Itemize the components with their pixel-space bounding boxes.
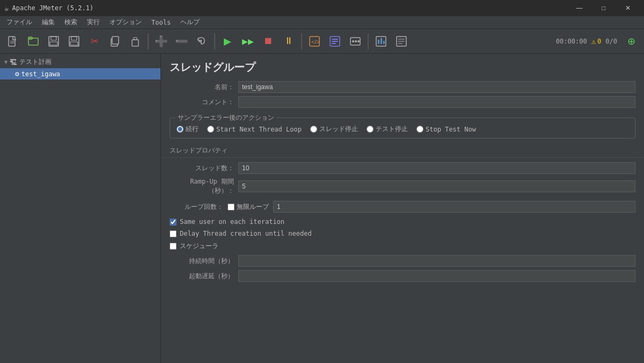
threadgroup-label: test_igawa	[21, 70, 60, 78]
sidebar-item-threadgroup[interactable]: ⚙ test_igawa	[0, 68, 160, 79]
radio-next-thread-label: Start Next Thread Loop	[216, 126, 302, 133]
menu-tools[interactable]: Tools	[147, 18, 175, 27]
same-user-row: Same user on each iteration	[161, 216, 644, 228]
expand-icon: ▼	[4, 59, 8, 65]
open-button[interactable]	[24, 32, 43, 51]
menu-file[interactable]: ファイル	[2, 17, 36, 28]
sampler-error-group: サンプラーエラー後のアクション 続行 Start Next Thread Loo…	[170, 118, 635, 139]
same-user-checkbox[interactable]	[170, 219, 177, 226]
radio-stop-test-now[interactable]: Stop Test Now	[416, 126, 476, 133]
svg-point-25	[357, 40, 360, 42]
menu-run[interactable]: 実行	[83, 17, 104, 28]
comment-label: コメント：	[170, 98, 234, 107]
title-bar: ☕ Apache JMeter (5.2.1) — □ ✕	[0, 0, 644, 16]
svg-rect-27	[378, 40, 379, 44]
radio-continue[interactable]: 続行	[177, 125, 199, 134]
radio-stop-thread[interactable]: スレッド停止	[310, 125, 358, 134]
sidebar-item-testplan[interactable]: ▼ 🏗 テスト計画	[0, 56, 160, 68]
add-button[interactable]: ➕	[151, 32, 171, 51]
radio-next-thread-input[interactable]	[207, 126, 214, 133]
rampup-input[interactable]	[238, 180, 635, 192]
thread-count-label: スレッド数：	[170, 164, 234, 173]
loop-label: ループ回数：	[170, 202, 223, 212]
name-label: 名前：	[170, 83, 234, 92]
delay-thread-label: Delay Thread creation until needed	[180, 230, 312, 237]
undo-button[interactable]	[192, 32, 211, 51]
menu-options[interactable]: オプション	[105, 17, 146, 28]
svg-text:</>: </>	[311, 39, 320, 45]
beanshell-button[interactable]: </>	[305, 32, 324, 51]
loop-row: ループ回数： 無限ループ	[161, 201, 644, 213]
radio-stop-test-now-label: Stop Test Now	[426, 126, 476, 133]
rampup-row: Ramp-Up 期間（秒）：	[170, 177, 635, 195]
scheduler-row: スケジューラ	[161, 239, 644, 253]
svg-rect-21	[332, 43, 336, 44]
copy-button[interactable]	[105, 32, 125, 51]
radio-stop-test-now-input[interactable]	[416, 126, 423, 133]
log-button[interactable]	[392, 32, 411, 51]
svg-rect-10	[70, 42, 78, 45]
app-icon: ☕	[4, 4, 9, 12]
radio-stop-test[interactable]: テスト停止	[367, 125, 408, 134]
maximize-button[interactable]: □	[591, 0, 616, 16]
run-button[interactable]: ▶	[218, 32, 237, 51]
run-thread-button[interactable]: ▶▶	[238, 32, 258, 51]
svg-rect-9	[71, 37, 77, 40]
panel-title: スレッドグループ	[161, 54, 644, 79]
title-text: Apache JMeter (5.2.1)	[12, 4, 564, 12]
startup-delay-input[interactable]	[238, 270, 635, 282]
stop-button[interactable]: ⏹	[259, 32, 278, 51]
svg-rect-5	[49, 37, 58, 46]
menu-search[interactable]: 検索	[60, 17, 82, 28]
window-controls: — □ ✕	[567, 0, 640, 16]
duration-section: 持続時間（秒） 起動遅延（秒）	[161, 253, 644, 287]
svg-rect-19	[332, 39, 338, 40]
radio-stop-test-input[interactable]	[367, 126, 374, 133]
svg-rect-29	[383, 41, 385, 44]
menu-edit[interactable]: 編集	[38, 17, 59, 28]
save-button[interactable]	[44, 32, 63, 51]
infinite-loop-checkbox[interactable]	[228, 204, 235, 210]
remote-button[interactable]	[346, 32, 365, 51]
warning-count: 0	[597, 38, 601, 45]
radio-continue-input[interactable]	[177, 126, 184, 133]
thread-count-input[interactable]	[238, 162, 635, 174]
results-button[interactable]	[371, 32, 391, 51]
loop-count-input[interactable]	[273, 201, 635, 213]
paste-button[interactable]	[126, 32, 145, 51]
svg-text:+: +	[77, 43, 80, 47]
radio-next-thread[interactable]: Start Next Thread Loop	[207, 126, 302, 133]
new-button[interactable]	[3, 32, 23, 51]
duration-input[interactable]	[238, 255, 635, 267]
same-user-label: Same user on each iteration	[180, 218, 284, 226]
cut-button[interactable]: ✂	[85, 32, 104, 51]
scheduler-checkbox[interactable]	[170, 243, 177, 250]
svg-rect-7	[50, 42, 57, 45]
radio-continue-label: 続行	[186, 125, 199, 134]
add-remote-button[interactable]: ⊕	[621, 32, 641, 51]
template-button[interactable]	[325, 32, 345, 51]
comment-input[interactable]	[238, 96, 635, 108]
delay-thread-checkbox[interactable]	[170, 230, 177, 237]
comment-row: コメント：	[170, 96, 635, 108]
menu-help[interactable]: ヘルプ	[176, 17, 204, 28]
shutdown-button[interactable]: ⏸	[279, 32, 298, 51]
minimize-button[interactable]: —	[567, 0, 591, 16]
close-button[interactable]: ✕	[616, 0, 640, 16]
name-section: 名前： コメント：	[161, 79, 644, 113]
menu-bar: ファイル 編集 検索 実行 オプション Tools ヘルプ	[0, 16, 644, 29]
radio-stop-thread-input[interactable]	[310, 126, 317, 133]
sampler-error-options: 続行 Start Next Thread Loop スレッド停止 テスト停止 S…	[177, 125, 628, 134]
saveas-button[interactable]: +	[64, 32, 84, 51]
svg-rect-15	[134, 38, 137, 40]
duration-label: 持続時間（秒）	[170, 257, 234, 266]
thread-props-title: スレッドプロパティ	[161, 143, 644, 158]
main-area: ▼ 🏗 テスト計画 ⚙ test_igawa スレッドグループ 名前： コメント…	[0, 54, 644, 363]
testplan-icon: 🏗	[10, 58, 17, 67]
name-row: 名前：	[170, 81, 635, 93]
remove-button[interactable]: ➖	[172, 32, 191, 51]
scheduler-label: スケジューラ	[180, 242, 218, 251]
infinite-loop-label[interactable]: 無限ループ	[228, 202, 269, 212]
sampler-error-legend: サンプラーエラー後のアクション	[175, 113, 276, 122]
name-input[interactable]	[238, 81, 635, 93]
